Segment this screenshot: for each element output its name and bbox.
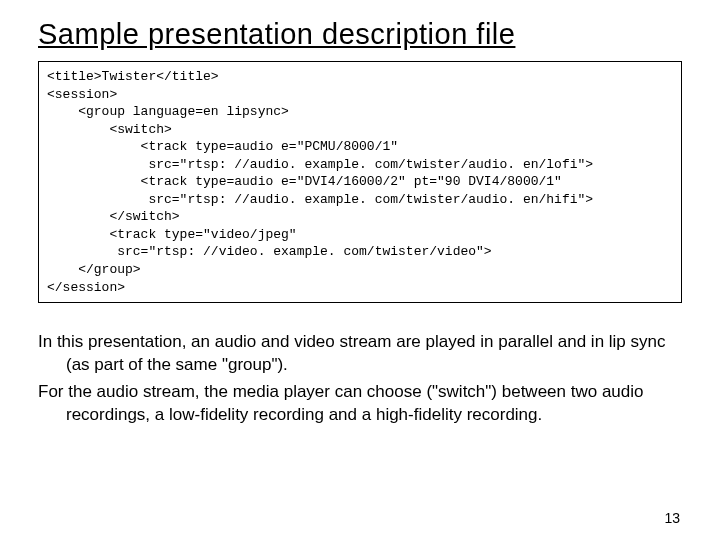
paragraph-2: For the audio stream, the media player c…	[38, 381, 682, 427]
paragraph-1: In this presentation, an audio and video…	[38, 331, 682, 377]
page-number: 13	[664, 510, 680, 526]
body-text: In this presentation, an audio and video…	[38, 331, 682, 427]
slide-title: Sample presentation description file	[38, 18, 682, 51]
code-sample-box: <title>Twister</title> <session> <group …	[38, 61, 682, 303]
